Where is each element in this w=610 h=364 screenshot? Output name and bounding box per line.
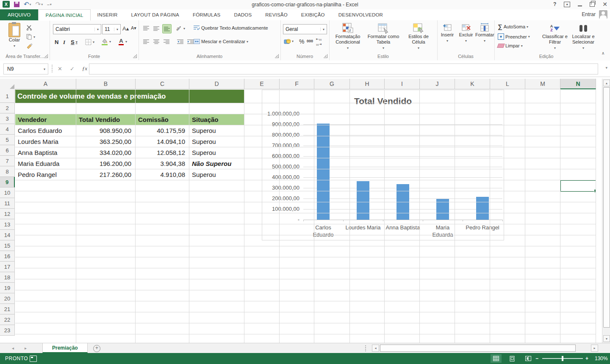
ribbon-tab-arquivo[interactable]: ARQUIVO <box>0 9 38 20</box>
table-cell[interactable]: 40.175,59 <box>136 125 189 136</box>
insert-cells-button[interactable]: Inserir▾ <box>438 23 457 44</box>
row-header-4[interactable]: 4 <box>0 124 15 135</box>
table-cell[interactable]: 4.910,08 <box>136 169 189 180</box>
table-cell[interactable]: Superou <box>189 136 244 147</box>
cell-grid[interactable]: Controle de volume de vendas e premiação… <box>15 90 596 343</box>
row-header-19[interactable]: 19 <box>0 283 15 293</box>
column-header-K[interactable]: K <box>455 79 490 89</box>
table-cell[interactable]: 12.058,12 <box>136 147 189 158</box>
table-header-cell[interactable]: Situação <box>189 114 244 125</box>
table-cell[interactable]: Não Superou <box>189 158 244 169</box>
row-header-10[interactable]: 10 <box>0 188 15 198</box>
sort-filter-button[interactable]: AZ Classificar e Filtrar▾ <box>542 23 568 51</box>
row-header-2[interactable]: 2 <box>0 103 15 113</box>
comma-style-button[interactable]: 000 <box>307 39 313 43</box>
merge-center-button[interactable]: Mesclar e Centralizar▾ <box>194 39 248 44</box>
scroll-left-icon[interactable]: ◂ <box>372 345 379 352</box>
formula-bar-expand-icon[interactable]: ▾ <box>605 66 607 70</box>
row-header-23[interactable]: 23 <box>0 325 15 336</box>
cell-styles-button[interactable]: Estilos de Célula▾ <box>402 23 435 51</box>
shrink-font-button[interactable]: A▾ <box>131 25 136 31</box>
page-break-view-button[interactable] <box>523 354 534 363</box>
vertical-scroll-thumb[interactable] <box>603 87 610 328</box>
macro-record-icon[interactable] <box>30 356 37 362</box>
clipboard-dialog-launcher[interactable] <box>44 54 48 58</box>
alignment-dialog-launcher[interactable] <box>275 54 279 58</box>
zoom-out-button[interactable]: − <box>535 356 538 361</box>
sign-in-label[interactable]: Entrar <box>582 11 596 17</box>
font-color-button[interactable]: A ▾ <box>118 38 127 45</box>
zoom-slider-thumb[interactable] <box>562 356 563 361</box>
orientation-button[interactable]: ab ▾ <box>176 25 185 31</box>
table-cell[interactable]: 14.094,10 <box>136 136 189 147</box>
collapse-ribbon-button[interactable]: ∧ <box>602 51 604 55</box>
font-name-combo[interactable]: Calibri▾ <box>53 24 101 34</box>
cut-button[interactable] <box>26 25 32 30</box>
ribbon-tab-exibi-o[interactable]: EXIBIÇÃO <box>294 9 332 20</box>
formula-input[interactable] <box>89 63 598 74</box>
autosum-button[interactable]: ∑AutoSoma▾ <box>498 24 528 30</box>
wrap-text-button[interactable]: Quebrar Texto Automaticamente <box>194 25 268 30</box>
table-cell[interactable]: Pedro Rangel <box>15 169 76 180</box>
table-cell[interactable]: Carlos Eduardo <box>15 125 76 136</box>
row-header-16[interactable]: 16 <box>0 251 15 262</box>
ribbon-tab-f-rmulas[interactable]: FÓRMULAS <box>186 9 227 20</box>
column-header-N[interactable]: N <box>560 79 596 89</box>
row-header-3[interactable]: 3 <box>0 113 15 124</box>
normal-view-button[interactable] <box>491 354 502 363</box>
scroll-down-icon[interactable]: ▼ <box>603 335 610 342</box>
chart-bar-2[interactable] <box>357 181 369 220</box>
column-header-I[interactable]: I <box>385 79 420 89</box>
row-header-13[interactable]: 13 <box>0 219 15 230</box>
italic-button[interactable]: I <box>63 39 65 46</box>
fill-button[interactable]: ▼Preencher▾ <box>498 33 530 40</box>
column-header-B[interactable]: B <box>76 79 136 89</box>
column-header-F[interactable]: F <box>280 79 314 89</box>
table-cell[interactable]: 217.260,00 <box>76 169 136 180</box>
column-header-E[interactable]: E <box>244 79 280 89</box>
delete-cells-button[interactable]: Excluir▾ <box>457 23 475 44</box>
row-header-22[interactable]: 22 <box>0 314 15 325</box>
conditional-formatting-button[interactable]: ≠ Formatação Condicional▾ <box>331 23 365 51</box>
new-sheet-button[interactable]: + <box>93 345 100 352</box>
ribbon-tab-layout-da-p-gina[interactable]: LAYOUT DA PÁGINA <box>125 9 186 20</box>
format-painter-button[interactable] <box>26 43 33 49</box>
align-center-button[interactable] <box>152 38 161 46</box>
table-header-cell[interactable]: Vendedor <box>15 114 76 125</box>
row-header-17[interactable]: 17 <box>0 262 15 272</box>
name-box-arrow-icon[interactable]: ▾ <box>41 67 48 71</box>
bold-button[interactable]: N <box>55 39 58 45</box>
prev-sheet-icon[interactable]: ◂ <box>12 346 14 350</box>
row-header-9[interactable]: 9 <box>0 177 15 188</box>
table-header-cell[interactable]: Total Vendido <box>76 114 136 125</box>
row-header-18[interactable]: 18 <box>0 272 15 283</box>
help-button[interactable]: ? <box>553 1 556 7</box>
fill-color-button[interactable]: ▾ <box>101 38 111 45</box>
table-cell[interactable]: Superou <box>189 125 244 136</box>
find-select-button[interactable]: Localizar e Selecionar▾ <box>570 23 597 51</box>
paste-button[interactable]: Colar▾ <box>5 23 24 49</box>
number-dialog-launcher[interactable] <box>324 54 327 58</box>
restore-button[interactable] <box>590 2 595 7</box>
next-sheet-icon[interactable]: ▸ <box>25 346 27 350</box>
align-top-button[interactable] <box>142 24 150 33</box>
align-bottom-button[interactable] <box>162 24 172 33</box>
row-header-8[interactable]: 8 <box>0 166 15 177</box>
font-dialog-launcher[interactable] <box>133 54 137 58</box>
table-cell[interactable]: 3.904,38 <box>136 158 189 169</box>
grow-font-button[interactable]: A▴ <box>122 25 129 32</box>
scroll-up-icon[interactable]: ▲ <box>603 80 610 86</box>
decrease-indent-button[interactable] <box>176 38 184 46</box>
horizontal-scroll-thumb[interactable] <box>380 345 576 352</box>
scroll-right-icon[interactable]: ▸ <box>591 345 598 352</box>
row-header-7[interactable]: 7 <box>0 156 15 166</box>
align-left-button[interactable] <box>142 38 150 46</box>
minimize-button[interactable] <box>578 6 582 6</box>
align-middle-button[interactable] <box>152 24 161 33</box>
insert-function-icon[interactable]: ƒx <box>82 65 87 72</box>
format-as-table-button[interactable]: Formatar como Tabela▾ <box>366 23 400 51</box>
align-right-button[interactable] <box>162 38 171 46</box>
row-header-1[interactable]: 1 <box>0 90 15 103</box>
ribbon-tab-desenvolvedor[interactable]: DESENVOLVEDOR <box>332 9 390 20</box>
table-cell[interactable]: 334.020,00 <box>76 147 136 158</box>
